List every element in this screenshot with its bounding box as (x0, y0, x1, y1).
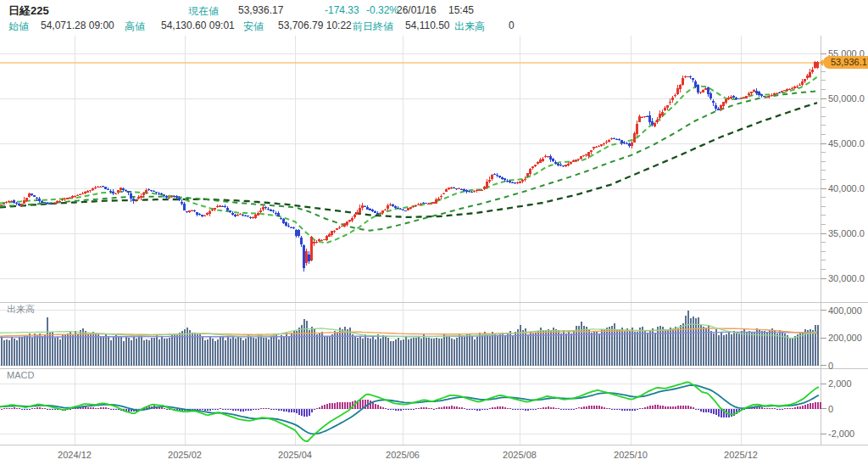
svg-text:35,000.0: 35,000.0 (828, 228, 865, 238)
axis-labels: 55,000.050,000.045,000.040,000.035,000.0… (58, 48, 865, 460)
prev-close-value: 54,110.50 (405, 20, 450, 31)
prev-close-label: 前日終値 (353, 20, 393, 34)
quote-time: 15:45 (448, 4, 474, 16)
svg-text:2024/12: 2024/12 (58, 450, 92, 460)
svg-text:2025/12: 2025/12 (724, 450, 758, 460)
candles-layer (0, 61, 819, 271)
svg-text:0: 0 (828, 361, 833, 371)
svg-text:30,000.0: 30,000.0 (828, 273, 865, 283)
svg-text:400,000: 400,000 (828, 305, 862, 316)
svg-text:2025/08: 2025/08 (503, 450, 537, 460)
svg-text:40,000.0: 40,000.0 (828, 183, 865, 193)
price-chart-canvas[interactable]: 55,000.050,000.045,000.040,000.035,000.0… (0, 0, 868, 465)
low-value: 53,706.79 10:22 (278, 20, 352, 31)
svg-text:2025/04: 2025/04 (278, 450, 312, 460)
quote-header: 日経225 現在値 53,936.17 -174.33 -0.32% 26/01… (0, 0, 868, 34)
volume-pane-label: 出来高 (7, 303, 35, 316)
y-axis-minor-ticks (821, 63, 826, 270)
svg-text:2,000: 2,000 (828, 378, 852, 389)
svg-text:50,000.0: 50,000.0 (828, 93, 865, 104)
grid-lines (0, 36, 821, 445)
svg-text:45,000.0: 45,000.0 (828, 138, 865, 148)
change-value: -174.33 (325, 4, 359, 16)
svg-text:-2,000: -2,000 (828, 429, 854, 439)
volume-label: 出来高 (454, 20, 485, 34)
high-value: 54,130.60 09:01 (161, 20, 235, 31)
current-value: 53,936.17 (238, 4, 283, 16)
current-label: 現在値 (188, 4, 219, 19)
quote-date: 26/01/16 (397, 4, 437, 16)
ma200-line (0, 103, 817, 217)
svg-text:2025/10: 2025/10 (614, 450, 648, 460)
macd-pane-label: MACD (7, 370, 34, 380)
high-label: 高値 (125, 20, 145, 34)
volume-value: 0 (509, 20, 515, 31)
svg-text:2025/02: 2025/02 (168, 450, 202, 460)
current-price-tag: 53,936.17 (823, 56, 868, 69)
change-percent: -0.32% (366, 4, 398, 16)
svg-text:2025/06: 2025/06 (386, 450, 420, 460)
open-value: 54,071.28 09:00 (41, 20, 114, 31)
nikkei225-chart-screen: 日経225 現在値 53,936.17 -174.33 -0.32% 26/01… (0, 0, 868, 465)
svg-text:0: 0 (828, 404, 833, 414)
low-label: 安値 (243, 20, 264, 34)
ma25-line (0, 77, 817, 244)
open-label: 始値 (8, 20, 29, 34)
svg-text:200,000: 200,000 (828, 333, 862, 343)
macd-fast-line (0, 383, 819, 442)
symbol-name: 日経225 (8, 3, 49, 19)
